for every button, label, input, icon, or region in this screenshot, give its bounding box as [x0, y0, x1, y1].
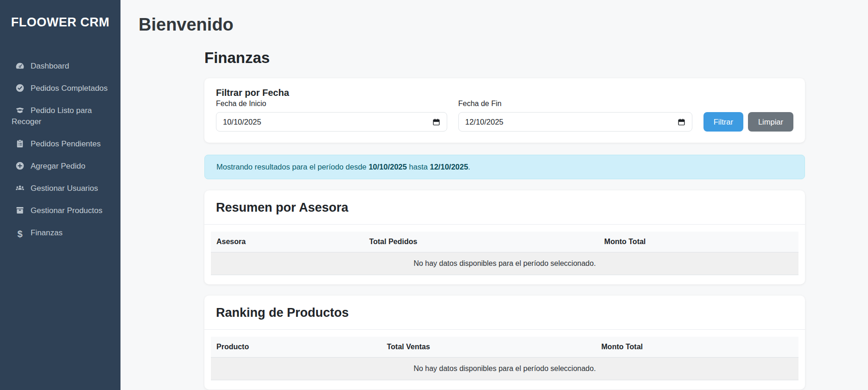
end-date-input[interactable]: 12/10/2025	[458, 112, 692, 132]
sidebar-item-pedidos-pendientes[interactable]: Pedidos Pendientes	[12, 133, 109, 155]
summary-table: Asesora Total Pedidos Monto Total No hay…	[211, 232, 798, 275]
sidebar-item-label: Pedidos Pendientes	[31, 139, 101, 148]
plus-circle-icon	[15, 161, 25, 170]
clear-button[interactable]: Limpiar	[748, 112, 793, 132]
sidebar-item-pedidos-completados[interactable]: Pedidos Completados	[12, 77, 109, 100]
sidebar-item-label: Gestionar Usuarios	[31, 184, 98, 193]
app-title: FLOOWER CRM	[0, 0, 120, 31]
start-date-input[interactable]: 10/10/2025	[216, 112, 447, 132]
ranking-title: Ranking de Productos	[216, 306, 793, 320]
main-content: Bienvenido Finanzas Filtrar por Fecha Fe…	[120, 0, 868, 390]
start-date-label: Fecha de Inicio	[216, 100, 447, 108]
sidebar-item-label: Finanzas	[31, 228, 63, 237]
sidebar-item-dashboard[interactable]: Dashboard	[12, 55, 109, 77]
sidebar-item-agregar-pedido[interactable]: Agregar Pedido	[12, 155, 109, 177]
sidebar-item-gestionar-usuarios[interactable]: Gestionar Usuarios	[12, 177, 109, 200]
box-open-icon	[15, 106, 25, 115]
clipboard-list-icon	[15, 139, 25, 148]
calendar-icon[interactable]	[678, 118, 685, 126]
sidebar-item-finanzas[interactable]: $Finanzas	[12, 222, 109, 244]
check-circle-icon	[15, 83, 25, 93]
summary-card: Resumen por Asesora Asesora Total Pedido…	[204, 190, 805, 284]
start-date-value: 10/10/2025	[223, 118, 261, 126]
sidebar-item-gestionar-productos[interactable]: Gestionar Productos	[12, 200, 109, 222]
alert-text: .	[468, 163, 470, 171]
ranking-card: Ranking de Productos Producto Total Vent…	[204, 296, 805, 390]
sidebar-item-pedido-listo[interactable]: Pedido Listo para Recoger	[12, 100, 109, 133]
summary-col-asesora: Asesora	[211, 232, 364, 252]
filter-title: Filtrar por Fecha	[216, 88, 793, 98]
users-icon	[15, 183, 25, 193]
end-date-value: 12/10/2025	[465, 118, 504, 126]
calendar-icon[interactable]	[432, 118, 440, 126]
ranking-table: Producto Total Ventas Monto Total No hay…	[211, 337, 798, 380]
dollar-icon: $	[15, 229, 25, 239]
sidebar: FLOOWER CRM Dashboard Pedidos Completado…	[0, 0, 120, 390]
alert-start-date: 10/10/2025	[368, 163, 407, 171]
sidebar-item-label: Dashboard	[31, 62, 69, 70]
ranking-col-total-ventas: Total Ventas	[381, 337, 596, 358]
sidebar-item-label: Agregar Pedido	[31, 162, 85, 170]
ranking-col-producto: Producto	[211, 337, 381, 358]
filter-card: Filtrar por Fecha Fecha de Inicio 10/10/…	[204, 78, 805, 143]
summary-empty-message: No hay datos disponibles para el período…	[211, 252, 798, 275]
alert-text: hasta	[407, 163, 430, 171]
table-row: No hay datos disponibles para el período…	[211, 358, 798, 380]
ranking-empty-message: No hay datos disponibles para el período…	[211, 358, 798, 380]
sidebar-item-label: Pedidos Completados	[31, 84, 108, 93]
alert-text: Mostrando resultados para el período des…	[216, 163, 368, 171]
sidebar-nav: Dashboard Pedidos Completados Pedido Lis…	[0, 55, 120, 244]
summary-col-monto-total: Monto Total	[599, 232, 798, 252]
box-icon	[15, 206, 25, 215]
page-title: Bienvenido	[139, 14, 849, 35]
filter-button[interactable]: Filtrar	[703, 112, 743, 132]
alert-end-date: 12/10/2025	[430, 163, 469, 171]
finanzas-title: Finanzas	[204, 49, 805, 67]
summary-col-total-pedidos: Total Pedidos	[364, 232, 599, 252]
summary-title: Resumen por Asesora	[216, 201, 793, 215]
end-date-label: Fecha de Fin	[458, 100, 692, 108]
table-row: No hay datos disponibles para el período…	[211, 252, 798, 275]
gauge-icon	[15, 61, 25, 70]
period-alert: Mostrando resultados para el período des…	[204, 155, 805, 179]
sidebar-item-label: Gestionar Productos	[31, 206, 102, 215]
ranking-col-monto-total: Monto Total	[596, 337, 798, 358]
